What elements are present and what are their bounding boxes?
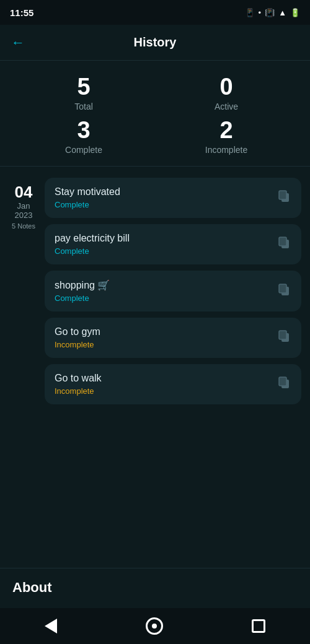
active-number: 0 <box>219 74 232 100</box>
nav-home-button[interactable] <box>146 617 163 635</box>
wifi-icon: ▲ <box>278 8 286 17</box>
date-year: 2023 <box>15 211 33 220</box>
date-day: 04 <box>15 184 33 200</box>
task-card[interactable]: pay electricity billComplete <box>45 224 301 264</box>
total-label: Total <box>74 102 93 111</box>
battery-icon: 🔋 <box>290 8 300 17</box>
date-sidebar: 04 Jan 2023 5 Notes <box>9 178 38 404</box>
task-info: Stay motivatedComplete <box>55 186 270 209</box>
about-section: About <box>0 568 310 607</box>
task-card[interactable]: Stay motivatedComplete <box>45 178 301 218</box>
tasks-list: Stay motivatedComplete pay electricity b… <box>45 178 301 404</box>
complete-label: Complete <box>65 145 102 155</box>
task-info: shopping 🛒Complete <box>55 279 270 303</box>
date-month: Jan <box>17 201 30 211</box>
task-status: Complete <box>55 294 270 303</box>
svg-rect-9 <box>279 377 286 386</box>
task-title: shopping 🛒 <box>55 279 270 291</box>
back-triangle-icon <box>45 619 57 633</box>
stop-square-icon <box>252 619 265 633</box>
stat-complete: 3 Complete <box>12 118 155 155</box>
nav-stop-button[interactable] <box>252 619 265 633</box>
task-status: Incomplete <box>55 340 270 349</box>
total-number: 5 <box>77 74 90 100</box>
bottom-nav <box>0 608 310 644</box>
svg-rect-5 <box>279 284 286 293</box>
stat-total: 5 Total <box>12 74 155 111</box>
stats-section: 5 Total 0 Active 3 Complete 2 Incomplete <box>0 61 310 167</box>
task-card[interactable]: shopping 🛒Complete <box>45 271 301 311</box>
task-info: Go to gymIncomplete <box>55 326 270 349</box>
main-content: 04 Jan 2023 5 Notes Stay motivatedComple… <box>0 167 310 404</box>
complete-number: 3 <box>77 118 90 144</box>
svg-rect-3 <box>279 237 286 246</box>
task-title: pay electricity bill <box>55 233 270 244</box>
task-status: Complete <box>55 246 270 256</box>
about-title: About <box>12 580 52 595</box>
nav-back-button[interactable] <box>45 619 57 633</box>
task-info: Go to walkIncomplete <box>55 373 270 396</box>
dot-icon: • <box>259 8 262 17</box>
incomplete-number: 2 <box>219 118 232 144</box>
status-time: 11:55 <box>10 7 33 18</box>
status-icons: 📱 • 📳 ▲ 🔋 <box>245 8 300 17</box>
task-card[interactable]: Go to gymIncomplete <box>45 318 301 358</box>
task-info: pay electricity billComplete <box>55 233 270 256</box>
task-title: Stay motivated <box>55 186 270 198</box>
copy-icon <box>277 188 291 207</box>
home-circle-icon <box>146 617 163 635</box>
task-card[interactable]: Go to walkIncomplete <box>45 364 301 404</box>
page-title: History <box>134 35 177 50</box>
active-label: Active <box>215 102 238 111</box>
copy-icon <box>277 282 291 300</box>
copy-icon <box>277 235 291 253</box>
date-notes: 5 Notes <box>12 222 35 230</box>
copy-icon <box>277 328 291 347</box>
task-status: Complete <box>55 200 270 209</box>
stat-active: 0 Active <box>155 74 298 111</box>
svg-rect-7 <box>279 331 286 339</box>
task-status: Incomplete <box>55 386 270 396</box>
back-button[interactable]: ← <box>11 35 25 51</box>
task-title: Go to gym <box>55 326 270 337</box>
status-bar: 11:55 📱 • 📳 ▲ 🔋 <box>0 0 310 25</box>
task-title: Go to walk <box>55 373 270 384</box>
svg-rect-1 <box>279 191 286 199</box>
vibrate-icon: 📳 <box>265 8 275 17</box>
incomplete-label: Incomplete <box>205 145 247 155</box>
sim-icon: 📱 <box>245 8 255 17</box>
stat-incomplete: 2 Incomplete <box>155 118 298 155</box>
stats-grid: 5 Total 0 Active 3 Complete 2 Incomplete <box>12 74 298 155</box>
header: ← History <box>0 25 310 61</box>
copy-icon <box>277 375 291 393</box>
